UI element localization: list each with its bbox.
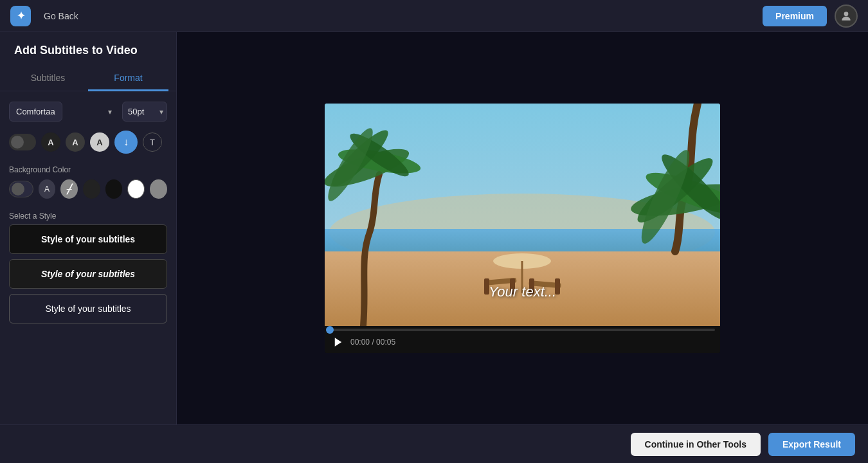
text-style-toggle[interactable] xyxy=(9,134,36,150)
footer: Continue in Other Tools Export Result xyxy=(0,424,868,463)
svg-marker-23 xyxy=(335,338,342,347)
font-select-wrapper: Comfortaa Arial Roboto xyxy=(9,102,117,122)
bg-color-row: A ╱ xyxy=(0,177,176,206)
tab-format[interactable]: Format xyxy=(88,66,168,91)
bg-dark-button[interactable] xyxy=(83,179,100,199)
bg-strikethrough-button[interactable]: ╱ xyxy=(60,179,78,199)
avatar[interactable] xyxy=(835,5,858,28)
text-style-row: A A A ↓ T xyxy=(0,127,176,160)
bg-white-button[interactable] xyxy=(127,179,145,199)
video-container: Your text... xyxy=(325,104,720,353)
progress-knob[interactable] xyxy=(326,326,334,334)
export-button[interactable]: Export Result xyxy=(768,433,855,456)
text-outline-button[interactable]: T xyxy=(143,132,162,152)
page-title: Add Subtitles to Video xyxy=(0,32,176,66)
style-cards-container: Style of your subtitles Style of your su… xyxy=(0,224,176,323)
text-color-light-button[interactable]: A xyxy=(90,132,109,152)
video-controls: 00:00 / 00:05 xyxy=(325,331,720,353)
sidebar: Add Subtitles to Video Subtitles Format … xyxy=(0,32,177,424)
progress-bar[interactable] xyxy=(330,329,715,331)
text-color-dark-button[interactable]: A xyxy=(41,132,60,152)
tabs-container: Subtitles Format xyxy=(0,66,176,91)
apply-color-button[interactable]: ↓ xyxy=(114,131,138,154)
main-area: Add Subtitles to Video Subtitles Format … xyxy=(0,32,868,424)
video-area: Your text... xyxy=(177,32,868,424)
toggle-knob xyxy=(11,136,24,149)
font-controls: Comfortaa Arial Roboto 30pt 40pt 50pt 60… xyxy=(0,91,176,127)
bg-color-toggle[interactable] xyxy=(9,181,33,197)
text-color-darkgray-button[interactable]: A xyxy=(66,132,85,152)
tab-subtitles[interactable]: Subtitles xyxy=(8,66,88,91)
font-select[interactable]: Comfortaa Arial Roboto xyxy=(9,102,62,122)
header-left: ✦ Go Back xyxy=(10,6,84,26)
time-display: 00:00 / 00:05 xyxy=(350,338,395,347)
header: ✦ Go Back Premium xyxy=(0,0,868,32)
svg-point-0 xyxy=(844,12,849,16)
premium-button[interactable]: Premium xyxy=(763,6,827,26)
size-select-wrapper: 30pt 40pt 50pt 60pt xyxy=(122,102,167,122)
bg-toggle-knob xyxy=(12,183,24,195)
size-select[interactable]: 30pt 40pt 50pt 60pt xyxy=(122,102,167,122)
style-card-1[interactable]: Style of your subtitles xyxy=(9,224,167,254)
bg-text-button[interactable]: A xyxy=(39,179,56,199)
go-back-button[interactable]: Go Back xyxy=(39,8,84,24)
style-card-3[interactable]: Style of your subtitles xyxy=(9,294,167,323)
style-card-2[interactable]: Style of your subtitles xyxy=(9,259,167,289)
bg-black-button[interactable] xyxy=(105,179,123,199)
background-color-label: Background Color xyxy=(0,160,176,177)
bg-gray-button[interactable] xyxy=(150,179,167,199)
app-logo: ✦ xyxy=(10,6,31,26)
video-progress-area: 00:00 / 00:05 xyxy=(325,326,720,353)
video-thumbnail: Your text... xyxy=(325,104,720,326)
continue-button[interactable]: Continue in Other Tools xyxy=(631,433,761,456)
play-button[interactable] xyxy=(332,336,344,348)
select-style-label: Select a Style xyxy=(0,206,176,224)
video-text-overlay: Your text... xyxy=(489,284,556,300)
